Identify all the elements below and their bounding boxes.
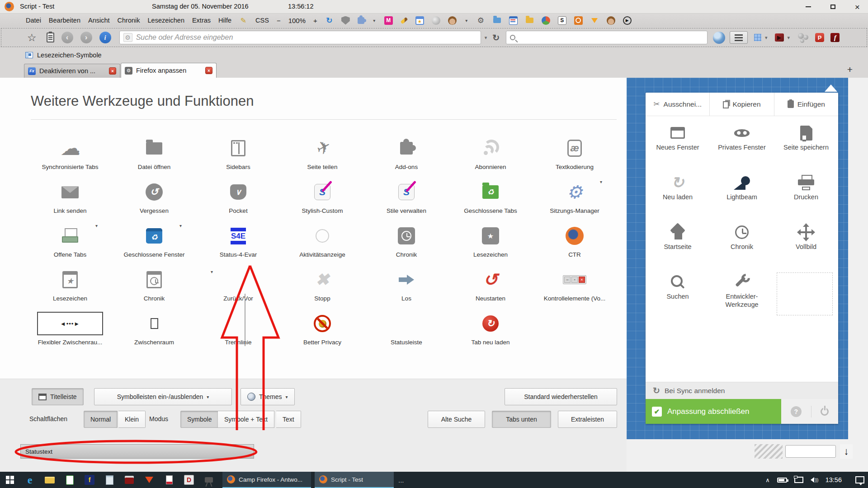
urlbar-dropdown-icon[interactable]: ▾ bbox=[485, 35, 487, 41]
mode-text-button[interactable]: Text bbox=[276, 411, 301, 428]
palette-item[interactable]: ↺ Vergessen bbox=[112, 173, 196, 217]
palette-item[interactable]: ✈ Seite teilen bbox=[280, 129, 364, 173]
palette-item[interactable]: Better Privacy bbox=[280, 305, 364, 348]
taskbar-window-camp-firefox[interactable]: Camp Firefox - Antwo... bbox=[222, 472, 311, 488]
video-downloader-icon[interactable] bbox=[775, 33, 784, 42]
tab-close-icon[interactable]: × bbox=[109, 67, 116, 75]
tab-deaktivieren[interactable]: Fx Deaktivieren von ... × bbox=[24, 64, 120, 78]
ublock-shield-icon[interactable] bbox=[341, 16, 350, 25]
broom-cleaner-icon[interactable] bbox=[400, 17, 408, 24]
palette-item[interactable]: ★ Lesezeichen bbox=[448, 217, 533, 261]
palette-item[interactable]: ∨ Pocket bbox=[196, 173, 280, 217]
palette-item[interactable]: S Stile verwalten bbox=[364, 173, 448, 217]
edit-css-pencil-icon[interactable]: ✎ bbox=[239, 16, 248, 25]
palette-item[interactable]: Abonnieren bbox=[448, 129, 533, 173]
size-normal-button[interactable]: Normal bbox=[84, 411, 118, 428]
palette-item[interactable]: Zwischenraum bbox=[112, 305, 196, 348]
menu-css[interactable]: CSS bbox=[255, 17, 269, 24]
action-center-icon[interactable] bbox=[855, 476, 864, 483]
save-page-tile[interactable]: Seite speichern bbox=[774, 118, 838, 168]
help-icon[interactable]: ? bbox=[791, 406, 802, 417]
private-window-tile[interactable]: Privates Fenster bbox=[710, 118, 774, 168]
menu-bearbeiten[interactable]: Bearbeiten bbox=[49, 17, 80, 24]
taskbar-notepad-icon[interactable] bbox=[99, 472, 119, 488]
new-tab-button[interactable]: + bbox=[847, 64, 853, 75]
home-tile[interactable]: Startseite bbox=[646, 217, 710, 267]
palette-item[interactable]: ✖ Stopp bbox=[280, 261, 364, 305]
menu-chronik[interactable]: Chronik bbox=[118, 17, 140, 24]
palette-item[interactable]: Chronik bbox=[364, 217, 448, 261]
cut-button[interactable]: ✂ Ausschnei... bbox=[646, 93, 709, 116]
greasemonkey-icon[interactable] bbox=[448, 16, 457, 25]
lightbeam-tile[interactable]: Lightbeam bbox=[710, 168, 774, 217]
palette-item[interactable]: ⚙ ▾ Sitzungs-Manager bbox=[533, 173, 617, 217]
palette-item[interactable]: ▾ Offene Tabs bbox=[28, 217, 112, 261]
palette-item[interactable]: Aktivitätsanzeige bbox=[280, 217, 364, 261]
settings-gear-icon[interactable]: ⚙ bbox=[476, 16, 485, 25]
taskbar-small-doc-icon[interactable] bbox=[159, 472, 179, 488]
extra-bars-button[interactable]: Extraleisten bbox=[558, 411, 617, 428]
palette-item[interactable]: Los bbox=[364, 261, 448, 305]
palette-item[interactable]: S4E Status-4-Evar bbox=[196, 217, 280, 261]
palette-item[interactable]: æ Textkodierung bbox=[533, 129, 617, 173]
tray-clock[interactable]: 13:56 bbox=[826, 476, 842, 483]
video-downloader-dropdown-icon[interactable]: ▾ bbox=[788, 35, 790, 41]
blue-grid-icon[interactable] bbox=[754, 34, 761, 41]
history-tile[interactable]: Chronik bbox=[710, 217, 774, 267]
address-bar[interactable]: ⚙ Suche oder Adresse eingeben bbox=[119, 31, 481, 44]
palette-item[interactable]: Sidebars bbox=[196, 129, 280, 173]
palette-item[interactable]: ▾ Zurück/Vor bbox=[196, 261, 280, 305]
reload-icon[interactable]: ↻ bbox=[492, 33, 500, 43]
palette-item[interactable]: Add-ons bbox=[364, 129, 448, 173]
orange-box-icon[interactable] bbox=[574, 16, 583, 25]
info-icon[interactable]: i bbox=[99, 32, 111, 43]
tray-chevron-up-icon[interactable]: ∧ bbox=[765, 477, 770, 483]
power-icon[interactable] bbox=[821, 408, 829, 416]
palette-item[interactable]: ↺ Neustarten bbox=[448, 261, 533, 305]
dropdown-icon[interactable]: ▾ bbox=[600, 179, 602, 184]
reload-tile[interactable]: ↻ Neu laden bbox=[646, 168, 710, 217]
paste-button[interactable]: Einfügen bbox=[774, 93, 838, 116]
taskbar-edge-icon[interactable]: e bbox=[20, 472, 40, 488]
taskbar-overflow[interactable]: ... bbox=[398, 476, 404, 484]
tab-firefox-anpassen[interactable]: ⚙ Firefox anpassen × bbox=[121, 63, 217, 78]
palette-item[interactable]: S Stylish-Custom bbox=[280, 173, 364, 217]
taskbar-d-app-icon[interactable]: D bbox=[179, 472, 199, 488]
themes-button[interactable]: Themes ▾ bbox=[241, 388, 295, 405]
download-arrow-icon[interactable] bbox=[591, 18, 598, 23]
resize-grip[interactable] bbox=[755, 444, 783, 459]
silver-globe-icon[interactable] bbox=[432, 16, 440, 25]
palette-item[interactable]: ☁ Synchronisierte Tabs bbox=[28, 129, 112, 173]
palette-item[interactable]: CTR bbox=[533, 217, 617, 261]
close-button[interactable]: × bbox=[847, 0, 867, 14]
palette-item[interactable]: Datei öffnen bbox=[112, 129, 196, 173]
palette-item[interactable]: Link senden bbox=[28, 173, 112, 217]
menu-hilfe[interactable]: Hilfe bbox=[218, 17, 231, 24]
monkey-dropdown-icon[interactable]: ▾ bbox=[464, 16, 469, 25]
minimize-button[interactable] bbox=[798, 0, 818, 14]
zoom-in-button[interactable]: + bbox=[313, 17, 317, 24]
flashblock-p-icon[interactable]: P bbox=[815, 33, 824, 42]
battery-icon[interactable] bbox=[777, 478, 787, 483]
addon-puzzle-icon[interactable] bbox=[358, 17, 364, 24]
puzzle-dropdown-icon[interactable]: ▾ bbox=[372, 16, 377, 25]
copy-button[interactable]: Kopieren bbox=[709, 93, 774, 116]
calendar-star-icon[interactable]: ★ bbox=[415, 16, 424, 25]
palette-item[interactable]: Trennlinie bbox=[196, 305, 280, 348]
palette-item[interactable]: Chronik bbox=[112, 261, 196, 305]
taskbar-camera-icon[interactable] bbox=[199, 472, 219, 488]
yellow-folder-icon[interactable] bbox=[526, 18, 533, 23]
back-forward-dropdown-icon[interactable]: ▾ bbox=[211, 269, 213, 274]
palette-item[interactable]: Statusleiste bbox=[364, 305, 448, 348]
hamburger-menu-button[interactable] bbox=[730, 31, 748, 44]
taskbar-download-arrow-icon[interactable] bbox=[139, 472, 159, 488]
zoom-out-button[interactable]: − bbox=[277, 17, 281, 24]
clipboard-icon[interactable] bbox=[47, 33, 54, 42]
blue-grid-dropdown-icon[interactable]: ▾ bbox=[765, 35, 768, 41]
search-tile[interactable]: Suchen bbox=[646, 267, 710, 317]
mode-icons-button[interactable]: Symbole bbox=[180, 411, 218, 428]
titlebar-toggle-button[interactable]: Titelleiste bbox=[32, 388, 84, 405]
taskbar-scanner-icon[interactable] bbox=[119, 472, 139, 488]
bookmarks-bar-label[interactable]: Lesezeichen-Symbole bbox=[37, 52, 102, 59]
bookmark-folder-icon[interactable] bbox=[25, 52, 33, 58]
